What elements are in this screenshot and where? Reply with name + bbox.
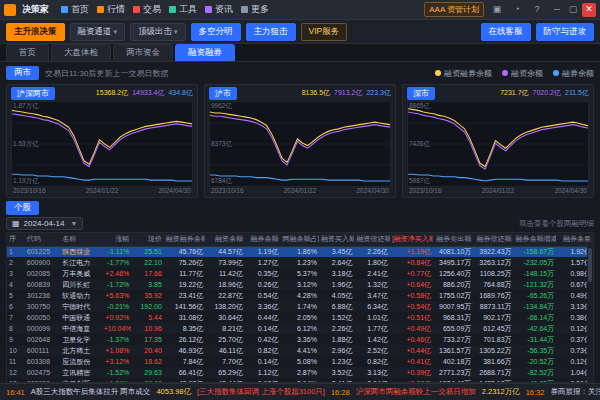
column-header-12[interactable]: 融券卖出额 [433, 233, 473, 246]
cell-value: 23.41亿 [164, 290, 205, 301]
toolbar-button-在线客服[interactable]: 在线客服 [481, 23, 531, 41]
legend-label: 融资融券余额 [444, 68, 492, 79]
column-header-13[interactable]: 融券偿还额 [473, 233, 513, 246]
cell-code: 002648 [25, 334, 61, 345]
column-header-5[interactable]: 融资融券余额 [164, 233, 205, 246]
menu-item-首页[interactable]: 首页 [61, 3, 89, 16]
panel-title-button[interactable]: 沪深两市 [11, 87, 55, 100]
legend-dot [435, 70, 441, 76]
menu-item-更多[interactable]: 更多 [241, 3, 269, 16]
column-header-9[interactable]: 融资买入额 [319, 233, 355, 246]
toolbar-button-主升浪决策[interactable]: 主升浪决策 [6, 23, 65, 41]
cell-value: 764.88万 [473, 279, 513, 290]
close-button[interactable]: ✕ [582, 3, 596, 17]
tab-融资融券[interactable]: 融资融券 [175, 44, 235, 61]
minimize-button[interactable]: ─ [550, 3, 564, 17]
cell-value: +0.44亿 [390, 345, 433, 356]
column-header-6[interactable]: 融资余额 [205, 233, 245, 246]
cell-value: -82.52万 [514, 367, 557, 378]
toolbar-button-融资通道[interactable]: 融资通道▾ [70, 23, 126, 41]
x-tick-label: 2024/04/30 [554, 187, 587, 197]
table-row[interactable]: 9002648卫星化学-1.37%17.3526.12亿25.70亿0.42亿3… [7, 334, 593, 345]
date-picker[interactable]: ▦ 2024-04-14 ▼ [6, 217, 83, 230]
column-header-7[interactable]: 融券余额 [245, 233, 281, 246]
scrollbar-thumb[interactable] [588, 248, 592, 282]
cell-value: 0.44亿 [245, 312, 281, 323]
tab-首页[interactable]: 首页 [6, 44, 49, 61]
column-header-2[interactable]: 名称 [60, 233, 101, 246]
panel-header: 深市7231.7亿7020.2亿211.5亿 [403, 85, 593, 101]
table-row[interactable]: 4600839四川长虹-1.72%3.8519.22亿18.96亿0.26亿3.… [7, 279, 593, 290]
cell-value: 1524.40万 [433, 378, 473, 383]
cell-value: +0.37亿 [390, 378, 433, 383]
market-tag[interactable]: 两市 [6, 66, 39, 80]
cell-value: +1.19亿 [390, 246, 433, 257]
ticker-segment[interactable]: [三大指数集体回调 上涨个股超3100只] [197, 387, 325, 397]
table-row[interactable]: 6300750宁德时代-0.21%192.00141.56亿138.20亿3.3… [7, 301, 593, 312]
cell-value: 2.52亿 [354, 345, 390, 356]
cell-value: 0.42亿 [245, 334, 281, 345]
ticker-segment[interactable]: 沪深两市两融余额较上一交易日增加 [356, 387, 476, 397]
cell-value: 1.96亿 [319, 279, 355, 290]
toolbar-button-多空分明[interactable]: 多空分明 [191, 23, 241, 41]
cell-value: 3495.17万 [433, 257, 473, 268]
cell-value: 46.11亿 [205, 345, 245, 356]
cell-value: 1.80亿 [354, 257, 390, 268]
tab-大盘体检[interactable]: 大盘体检 [51, 44, 111, 61]
panel-title-button[interactable]: 深市 [407, 87, 435, 100]
panel-title-button[interactable]: 沪市 [209, 87, 237, 100]
table-row[interactable]: 10600111北方稀土+1.08%20.4046.93亿46.11亿0.82亿… [7, 345, 593, 356]
message-bell-icon[interactable]: ◔ [510, 3, 524, 17]
table-row[interactable]: 12002475立讯精密-1.52%29.6366.41亿65.29亿1.12亿… [7, 367, 593, 378]
column-header-11[interactable]: [融资净买入额] [390, 233, 433, 246]
column-header-8[interactable]: 两融余额占比 [280, 233, 318, 246]
help-icon[interactable]: ? [530, 3, 544, 17]
ticker-segment[interactable]: 4053.98亿 [156, 387, 191, 397]
legend-label: 融券余额 [562, 68, 594, 79]
ticker-segment[interactable]: 16:41 [6, 388, 25, 397]
cell-value: +0.77亿 [390, 268, 433, 279]
cell-code: 300750 [25, 301, 61, 312]
column-header-10[interactable]: 融资偿还额 [354, 233, 390, 246]
toolbar-button-主力狙击[interactable]: 主力狙击 [246, 23, 296, 41]
ticker-segment[interactable]: 16:32 [526, 388, 545, 397]
ticker-segment[interactable]: 2.2312万亿 [482, 387, 520, 397]
table-row[interactable]: 1601225陕西煤业-1.11%25.5145.76亿44.57亿1.19亿1… [7, 246, 593, 257]
stocks-table-container: 序代码名称涨幅现价融资融券余额融资余额融券余额两融余额占比融资买入额融资偿还额[… [6, 232, 594, 383]
tab-两市资金[interactable]: 两市资金 [113, 44, 173, 61]
menu-item-资讯[interactable]: 资讯 [205, 3, 233, 16]
toolbar-button-防守与进攻[interactable]: 防守与进攻 [536, 23, 595, 41]
menu-item-工具[interactable]: 工具 [169, 3, 197, 16]
column-header-15[interactable]: 融券余量 [556, 233, 593, 246]
chevron-down-icon: ▾ [174, 28, 178, 35]
skin-icon[interactable]: ▣ [490, 3, 504, 17]
table-row[interactable]: 2600900长江电力-1.77%22.1075.26亿73.99亿1.27亿1… [7, 257, 593, 268]
ticker-segment[interactable]: A股三大指数午后集体拉升 两市成交 [31, 387, 151, 397]
column-header-4[interactable]: 现价 [131, 233, 164, 246]
ticker-segment[interactable]: 券商晨报：关注高股息板块 [550, 387, 600, 397]
table-row[interactable]: 5301236软通动力+5.63%35.9223.41亿22.87亿0.54亿4… [7, 290, 593, 301]
table-row[interactable]: 11603308应流股份+3.12%18.627.84亿7.70亿0.14亿5.… [7, 356, 593, 367]
table-row[interactable]: 13603986兆易创新+1.89%78.9043.07亿42.44亿0.63亿… [7, 378, 593, 383]
account-badge[interactable]: AAA 资管计划 [424, 2, 484, 17]
table-row[interactable]: 7600050中国联通+0.92%5.4431.08亿30.64亿0.44亿2.… [7, 312, 593, 323]
maximize-button[interactable]: ▢ [566, 3, 580, 17]
menu-item-交易[interactable]: 交易 [133, 3, 161, 16]
cell-value: 0.82亿 [245, 345, 281, 356]
column-header-3[interactable]: 涨幅 [102, 233, 132, 246]
stocks-tag[interactable]: 个股 [6, 201, 39, 215]
table-row[interactable]: 8000099中信海直+10.04%10.968.35亿8.21亿0.14亿6.… [7, 323, 593, 334]
column-header-0[interactable]: 序 [7, 233, 25, 246]
column-header-1[interactable]: 代码 [25, 233, 61, 246]
table-row[interactable]: 3002085万丰奥威+2.46%17.6611.77亿11.42亿0.35亿5… [7, 268, 593, 279]
x-tick-label: 2024/04/30 [158, 187, 191, 197]
menu-item-行情[interactable]: 行情 [97, 3, 125, 16]
toolbar-button-顶级出击[interactable]: 顶级出击▾ [130, 23, 186, 41]
toolbar-button-VIP服务[interactable]: VIP服务 [301, 23, 348, 41]
cell-value: 6.88亿 [319, 301, 355, 312]
column-header-14[interactable]: 融券余额增减 [514, 233, 557, 246]
menu-item-icon [205, 6, 212, 13]
ticker-segment[interactable]: 16:28 [331, 388, 350, 397]
menu-item-icon [169, 6, 176, 13]
table-scrollbar[interactable] [587, 246, 593, 382]
